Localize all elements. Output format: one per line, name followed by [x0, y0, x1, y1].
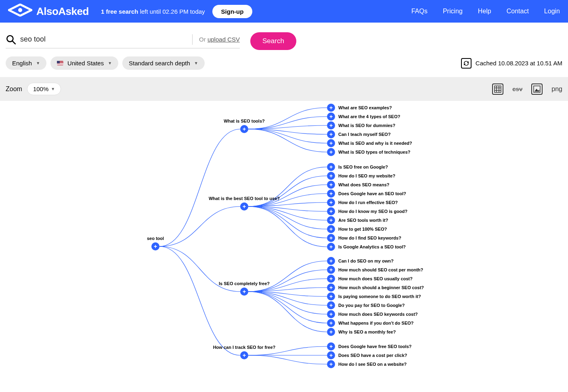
svg-rect-4	[495, 86, 501, 92]
language-label: English	[12, 60, 32, 67]
cached-text: Cached 10.08.2023 at 10.51 AM	[476, 60, 562, 67]
expand-button[interactable]: +	[327, 139, 335, 147]
root-node: +seo tool	[151, 242, 159, 250]
node-label: What is SEO tools?	[224, 119, 264, 123]
zoom-value: 100%	[33, 85, 48, 92]
expand-button[interactable]: +	[327, 275, 335, 283]
expand-button[interactable]: +	[327, 257, 335, 265]
l2-node-1-7: +How to get 100% SEO?	[327, 225, 387, 233]
expand-button[interactable]: +	[327, 310, 335, 318]
expand-button[interactable]: +	[240, 202, 248, 211]
node-label: How much should SEO cost per month?	[338, 267, 423, 272]
chevron-down-icon: ▼	[51, 87, 55, 91]
node-label: How do I know my SEO is good?	[338, 209, 407, 214]
l2-node-1-2: +What does SEO means?	[327, 181, 390, 189]
expand-button[interactable]: +	[327, 328, 335, 336]
expand-button[interactable]: +	[327, 130, 335, 138]
expand-button[interactable]: +	[327, 148, 335, 156]
node-label: How can I track SEO for free?	[213, 345, 276, 350]
l2-node-2-1: +How much should SEO cost per month?	[327, 266, 423, 274]
expand-button[interactable]: +	[327, 284, 335, 292]
node-label: Does Google have an SEO tool?	[338, 191, 406, 196]
region-label: United States	[67, 60, 104, 67]
signup-button[interactable]: Sign-up	[212, 5, 253, 18]
expand-button[interactable]: +	[327, 181, 335, 189]
expand-button[interactable]: +	[327, 113, 335, 121]
expand-button[interactable]: +	[327, 342, 335, 350]
l2-node-1-1: +How do I SEO my website?	[327, 172, 395, 180]
divider	[192, 34, 193, 45]
zoom-select[interactable]: 100% ▼	[27, 83, 61, 95]
l2-node-0-1: +What are the 4 types of SEO?	[327, 113, 400, 121]
node-label: Is Google Analytics a SEO tool?	[338, 244, 406, 249]
nav-help[interactable]: Help	[478, 8, 491, 15]
l2-node-1-6: +Are SEO tools worth it?	[327, 216, 388, 224]
expand-button[interactable]: +	[327, 163, 335, 171]
l1-node-3: +How can I track SEO for free?	[240, 351, 248, 359]
search-row: Or upload CSV Search	[0, 23, 568, 54]
svg-point-1	[18, 8, 22, 12]
free-search-rest: left until 02.26 PM today	[138, 8, 205, 15]
expand-button[interactable]: +	[240, 288, 248, 296]
expand-button[interactable]: +	[327, 360, 335, 368]
expand-button[interactable]: +	[327, 292, 335, 300]
expand-button[interactable]: +	[327, 207, 335, 215]
brand-logo[interactable]: AlsoAsked	[8, 4, 89, 19]
node-label: How do I SEO my website?	[338, 173, 395, 178]
expand-button[interactable]: +	[240, 125, 248, 133]
node-label: How much does SEO keywords cost?	[338, 312, 418, 317]
expand-button[interactable]: +	[327, 351, 335, 359]
expand-button[interactable]: +	[327, 198, 335, 206]
upload-csv-link[interactable]: upload CSV	[207, 36, 240, 43]
expand-button[interactable]: +	[327, 121, 335, 129]
export-png-button[interactable]: png	[551, 85, 562, 93]
language-select[interactable]: English ▼	[6, 56, 46, 70]
expand-button[interactable]: +	[327, 172, 335, 180]
search-input[interactable]	[20, 35, 186, 44]
nav-contact[interactable]: Contact	[507, 8, 529, 15]
nav-faqs[interactable]: FAQs	[411, 8, 428, 15]
node-label: What happens if you don't do SEO?	[338, 321, 414, 325]
l1-node-0: +What is SEO tools?	[240, 125, 248, 133]
image-icon[interactable]	[531, 83, 543, 95]
expand-button[interactable]: +	[327, 225, 335, 233]
node-label: What are SEO examples?	[338, 105, 392, 110]
search-box: Or upload CSV	[6, 34, 240, 48]
expand-button[interactable]: +	[327, 243, 335, 251]
node-label: How do I find SEO keywords?	[338, 236, 401, 240]
header-bar: AlsoAsked 1 free search left until 02.26…	[0, 0, 568, 23]
node-label: Is SEO completely free?	[219, 281, 270, 286]
logo-icon	[8, 4, 32, 19]
zoom-label: Zoom	[6, 85, 22, 93]
l2-node-0-2: +What is SEO for dummies?	[327, 121, 395, 129]
expand-button[interactable]: +	[327, 216, 335, 224]
export-csv-button[interactable]: csv	[512, 85, 522, 92]
expand-button[interactable]: +	[327, 104, 335, 112]
node-label: What is SEO types of techniques?	[338, 150, 410, 154]
l2-node-1-8: +How do I find SEO keywords?	[327, 234, 401, 242]
nav-pricing[interactable]: Pricing	[443, 8, 463, 15]
node-label: seo tool	[147, 236, 164, 241]
expand-button[interactable]: +	[240, 351, 248, 359]
nav-login[interactable]: Login	[544, 8, 560, 15]
expand-button[interactable]: +	[327, 301, 335, 309]
search-button[interactable]: Search	[250, 32, 296, 50]
l2-node-3-2: +How do I see SEO on a website?	[327, 360, 407, 368]
expand-button[interactable]: +	[327, 190, 335, 198]
csv-prompt: Or upload CSV	[199, 36, 240, 43]
refresh-icon[interactable]	[461, 58, 472, 69]
chevron-down-icon: ▼	[194, 61, 198, 65]
l2-node-2-5: +Do you pay for SEO to Google?	[327, 301, 405, 309]
l2-node-0-0: +What are SEO examples?	[327, 104, 392, 112]
table-view-icon[interactable]	[492, 83, 503, 95]
results-diagram[interactable]: +seo tool+What is SEO tools?+What are SE…	[0, 101, 568, 391]
expand-button[interactable]: +	[151, 242, 159, 250]
node-label: What is the best SEO tool to use?	[209, 196, 280, 201]
expand-button[interactable]: +	[327, 266, 335, 274]
expand-button[interactable]: +	[327, 319, 335, 327]
depth-select[interactable]: Standard search depth ▼	[122, 56, 205, 70]
expand-button[interactable]: +	[327, 234, 335, 242]
region-select[interactable]: United States ▼	[50, 56, 118, 70]
node-label: How much should a beginner SEO cost?	[338, 285, 424, 290]
chevron-down-icon: ▼	[108, 61, 112, 65]
